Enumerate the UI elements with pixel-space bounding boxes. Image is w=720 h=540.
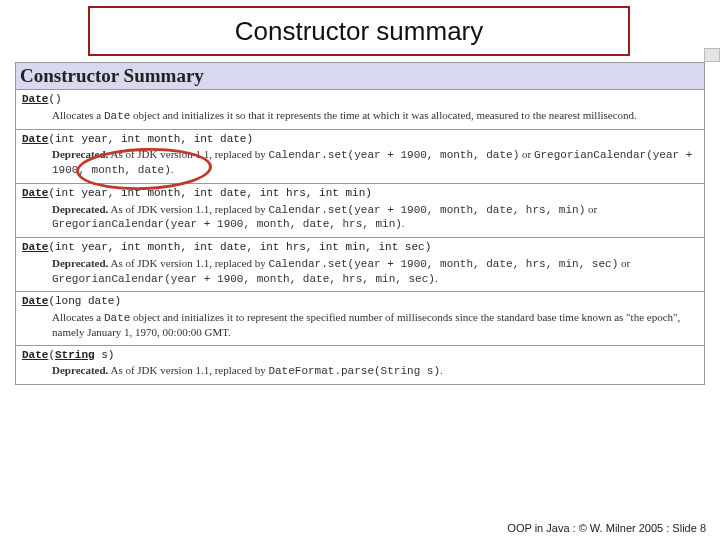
- desc-mono: GregorianCalendar(year + 1900, month, da…: [52, 218, 402, 230]
- deprecated-label: Deprecated.: [52, 148, 108, 160]
- constructor-desc: Deprecated. As of JDK version 1.1, repla…: [52, 148, 698, 178]
- sig-params: (int year, int month, int date, int hrs,…: [48, 241, 431, 253]
- constructor-row: Date(long date) Allocates a Date object …: [15, 292, 705, 345]
- constructor-row: Date(int year, int month, int date, int …: [15, 184, 705, 238]
- javadoc-panel: Constructor Summary Date() Allocates a D…: [15, 62, 705, 385]
- type-link[interactable]: String: [55, 349, 95, 361]
- desc-text: .: [402, 217, 405, 229]
- desc-text: .: [171, 163, 174, 175]
- desc-mono: Calendar.set(year + 1900, month, date, h…: [268, 204, 585, 216]
- constructor-row: Date(int year, int month, int date) Depr…: [15, 130, 705, 184]
- desc-text: As of JDK version 1.1, replaced by: [108, 364, 268, 376]
- desc-text: As of JDK version 1.1, replaced by: [108, 203, 268, 215]
- constructor-link[interactable]: Date: [22, 93, 48, 105]
- constructor-signature: Date(int year, int month, int date): [22, 133, 698, 147]
- constructor-link[interactable]: Date: [22, 241, 48, 253]
- constructor-link[interactable]: Date: [22, 187, 48, 199]
- desc-text: As of JDK version 1.1, replaced by: [108, 148, 268, 160]
- sig-params: (long date): [48, 295, 121, 307]
- desc-mono: Date: [104, 312, 130, 324]
- desc-mono: GregorianCalendar(year + 1900, month, da…: [52, 273, 435, 285]
- slide-title-box: Constructor summary: [88, 6, 630, 56]
- constructor-signature: Date(): [22, 93, 698, 107]
- slide-footer: OOP in Java : © W. Milner 2005 : Slide 8: [507, 522, 706, 534]
- slide-title: Constructor summary: [235, 16, 484, 47]
- constructor-link[interactable]: Date: [22, 295, 48, 307]
- constructor-desc: Allocates a Date object and initializes …: [52, 109, 698, 124]
- desc-mono: Calendar.set(year + 1900, month, date, h…: [268, 258, 618, 270]
- deprecated-label: Deprecated.: [52, 203, 108, 215]
- desc-text: Allocates a: [52, 311, 104, 323]
- constructor-signature: Date(long date): [22, 295, 698, 309]
- desc-mono: DateFormat.parse(String s): [268, 365, 440, 377]
- constructor-link[interactable]: Date: [22, 133, 48, 145]
- desc-text: Allocates a: [52, 109, 104, 121]
- constructor-row: Date() Allocates a Date object and initi…: [15, 90, 705, 130]
- desc-text: object and initializes it so that it rep…: [130, 109, 636, 121]
- desc-text: As of JDK version 1.1, replaced by: [108, 257, 268, 269]
- sig-params: s): [95, 349, 115, 361]
- constructor-link[interactable]: Date: [22, 349, 48, 361]
- scrollbar-stub: [704, 48, 720, 62]
- sig-params: (): [48, 93, 61, 105]
- deprecated-label: Deprecated.: [52, 257, 108, 269]
- constructor-row: Date(int year, int month, int date, int …: [15, 238, 705, 292]
- constructor-desc: Deprecated. As of JDK version 1.1, repla…: [52, 203, 698, 233]
- desc-text: .: [440, 364, 443, 376]
- desc-text: or: [519, 148, 534, 160]
- constructor-desc: Deprecated. As of JDK version 1.1, repla…: [52, 257, 698, 287]
- desc-mono: Calendar.set(year + 1900, month, date): [268, 149, 519, 161]
- constructor-desc: Allocates a Date object and initializes …: [52, 311, 698, 340]
- constructor-desc: Deprecated. As of JDK version 1.1, repla…: [52, 364, 698, 379]
- desc-text: or: [585, 203, 597, 215]
- constructor-signature: Date(int year, int month, int date, int …: [22, 241, 698, 255]
- deprecated-label: Deprecated.: [52, 364, 108, 376]
- desc-text: object and initializes it to represent t…: [52, 311, 680, 338]
- constructor-row: Date(String s) Deprecated. As of JDK ver…: [15, 346, 705, 386]
- sig-params: (int year, int month, int date): [48, 133, 253, 145]
- desc-text: .: [435, 272, 438, 284]
- constructor-signature: Date(int year, int month, int date, int …: [22, 187, 698, 201]
- constructor-summary-header: Constructor Summary: [15, 62, 705, 90]
- sig-params: (int year, int month, int date, int hrs,…: [48, 187, 371, 199]
- desc-mono: Date: [104, 110, 130, 122]
- constructor-signature: Date(String s): [22, 349, 698, 363]
- desc-text: or: [618, 257, 630, 269]
